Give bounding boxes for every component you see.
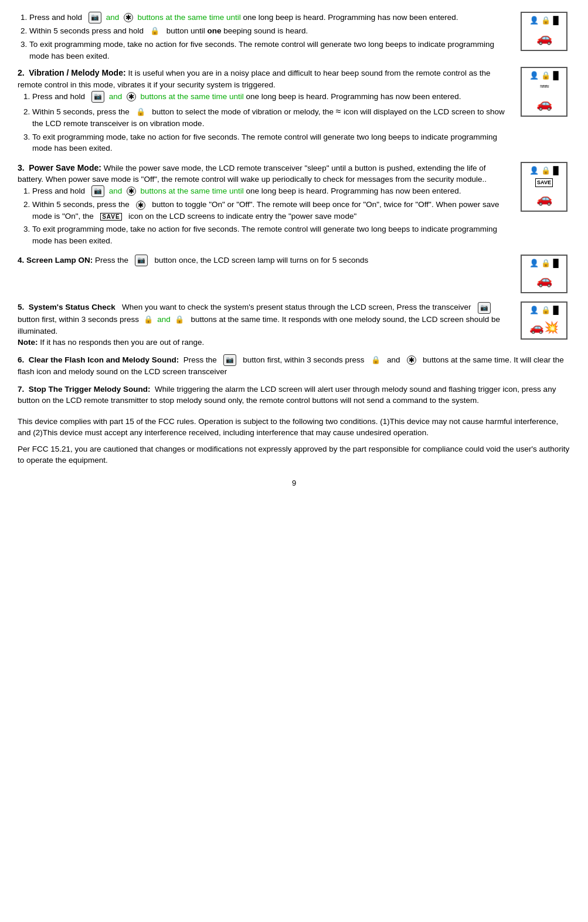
vibration-step-2: Within 5 seconds, press the 🔒 button to … [32,104,509,130]
highlight-ps1: buttons at the same time until [140,187,243,195]
lcd-display-vibration: 👤 🔒 █ ≈≈≈ 🚗 [521,67,567,116]
and-text-ps1: and [109,187,123,195]
power-save-step-3: To exit programming mode, take no action… [32,223,509,246]
asterisk-icon-v1: ✱ [127,92,136,101]
lock-display-icon: 🔒 [541,15,550,26]
transceiver-icon-cf: 📷 [223,354,236,366]
transceiver-icon-1: 📷 [89,12,101,23]
note-label: Note: [18,338,38,347]
and-text-1: and [106,13,120,22]
screen-lamp-row: 4. Screen Lamp ON: Press the 📷 button on… [18,255,570,296]
lcd-image-system-status: 👤 🔒 █ 🚗💥 [518,301,570,342]
power-save-step-1: Press and hold 📷 and ✱ buttons at the sa… [32,185,509,197]
transceiver-icon-sl: 📷 [135,255,148,266]
section-system-status: 5. System's Status Check When you want t… [18,301,570,348]
intro-list: Press and hold 📷 and ✱ buttons at the sa… [29,12,509,62]
fcc-para2: Per FCC 15.21, you are cautioned that ch… [18,443,570,466]
page-content: Press and hold 📷 and ✱ buttons at the sa… [18,12,570,489]
person-icon-ps: 👤 [529,165,539,177]
lcd-display-power-save: 👤 🔒 █ SAVE 🚗 [521,162,567,212]
power-save-number: 3. [18,163,25,172]
car-display-icon: 🚗 [536,29,552,48]
car-display-icon-sl: 🚗 [536,271,552,290]
waves-icon: ≈ [336,106,339,116]
lock-icon-ss1: 🔒 [144,314,153,326]
person-icon-ss: 👤 [529,305,539,316]
vibration-text: 2. Vibration / Melody Mode: It is useful… [18,67,509,155]
vibration-title: 2. [18,68,25,77]
vibration-step-3: To exit programming mode, take no action… [32,131,509,154]
vibration-step-1: Press and hold 📷 and ✱ buttons at the sa… [32,91,509,103]
section-clear-flash: 6. Clear the Flash Icon and Melody Sound… [18,354,570,378]
section-power-save: 3. Power Save Mode: While the power save… [18,162,570,249]
lcd-top-icons-sl: 👤 🔒 █ [525,258,563,269]
power-save-step-2: Within 5 seconds, press the ✱ button to … [32,199,509,222]
highlight-v1: buttons at the same time until [140,92,243,101]
power-save-header-row: 3. Power Save Mode: While the power save… [18,162,570,249]
system-status-number: 5. [18,303,24,311]
screen-lamp-title: Screen Lamp ON: [26,256,93,265]
power-save-steps: Press and hold 📷 and ✱ buttons at the sa… [32,185,509,247]
waves-display: ≈≈≈ [540,82,548,91]
intro-item-2: Within 5 seconds press and hold 🔒 button… [29,25,509,37]
lcd-image-intro: 👤 🔒 █ 🚗 [518,12,570,53]
transceiver-icon-ps1: 📷 [91,185,104,197]
vibration-steps: Press and hold 📷 and ✱ buttons at the sa… [32,91,509,154]
lock-icon-v2: 🔒 [136,107,145,118]
lcd-top-icons-intro: 👤 🔒 █ [525,15,563,26]
page-number: 9 [18,478,570,489]
transceiver-icon-v1: 📷 [91,91,104,103]
screen-lamp-number: 4. [18,256,24,265]
and-text-v1: and [109,92,123,101]
lcd-image-power-save: 👤 🔒 █ SAVE 🚗 [518,162,570,214]
asterisk-icon-cf: ✱ [407,355,416,365]
bold-one: one [207,26,221,35]
lcd-display-intro: 👤 🔒 █ 🚗 [521,12,567,51]
fcc-para1: This device complies with part 15 of the… [18,416,570,439]
bars-icon-ss: █ [553,305,558,316]
section-vibration: 2. Vibration / Melody Mode: It is useful… [18,67,570,155]
section-screen-lamp: 4. Screen Lamp ON: Press the 📷 button on… [18,255,570,296]
vibration-header-row: 2. Vibration / Melody Mode: It is useful… [18,67,570,155]
clear-flash-number: 6. [18,355,24,364]
fcc-section: This device complies with part 15 of the… [18,416,570,466]
lcd-display-screen-lamp: 👤 🔒 █ 🚗 [521,255,567,294]
person-icon: 👤 [529,15,539,26]
bars-icon: █ [553,15,558,26]
lcd-top-icons-v: 👤 🔒 █ [525,70,563,82]
car-display-icon-v: 🚗 [536,94,552,113]
lcd-display-system-status: 👤 🔒 █ 🚗💥 [521,301,567,340]
asterisk-icon-1: ✱ [124,13,133,22]
save-display-icon: SAVE [535,178,553,187]
transceiver-icon-ss: 📷 [478,302,491,314]
lcd-top-icons-ps: 👤 🔒 █ [525,165,563,177]
lcd-image-vibration: 👤 🔒 █ ≈≈≈ 🚗 [518,67,570,118]
and-text-ss: and [157,315,171,324]
clear-flash-para: 6. Clear the Flash Icon and Melody Sound… [18,354,570,378]
power-save-text: 3. Power Save Mode: While the power save… [18,162,509,249]
system-status-text: 5. System's Status Check When you want t… [18,301,509,348]
cars-crash-icon: 🚗💥 [529,319,559,336]
car-display-icon-ps: 🚗 [536,189,552,208]
person-icon-sl: 👤 [529,258,539,269]
stop-trigger-para: 7. Stop The Trigger Melody Sound: While … [18,384,570,406]
lock-display-icon-sl: 🔒 [541,258,550,269]
lock-display-icon-ps: 🔒 [541,165,550,177]
vibration-title-label: Vibration / Melody Mode: [29,68,125,77]
screen-lamp-text: 4. Screen Lamp ON: Press the 📷 button on… [18,255,509,266]
section-stop-trigger: 7. Stop The Trigger Melody Sound: While … [18,384,570,406]
lock-icon-1: 🔒 [150,26,159,37]
bars-icon-sl: █ [553,258,558,269]
lock-icon-ss2: 🔒 [175,314,184,326]
intro-item-1: Press and hold 📷 and ✱ buttons at the sa… [29,12,509,23]
intro-section: Press and hold 📷 and ✱ buttons at the sa… [18,12,570,63]
highlight-text-1: buttons at the same time until [137,13,240,22]
lcd-image-screen-lamp: 👤 🔒 █ 🚗 [518,255,570,296]
lock-display-icon-v: 🔒 [541,70,550,82]
lcd-top-icons-ss: 👤 🔒 █ [525,305,563,316]
lock-display-icon-ss: 🔒 [541,305,550,316]
lock-icon-cf: 🔒 [371,355,380,366]
person-icon-v: 👤 [529,70,539,82]
intro-text: Press and hold 📷 and ✱ buttons at the sa… [18,12,509,63]
stop-trigger-title: Stop The Trigger Melody Sound: [29,385,151,394]
